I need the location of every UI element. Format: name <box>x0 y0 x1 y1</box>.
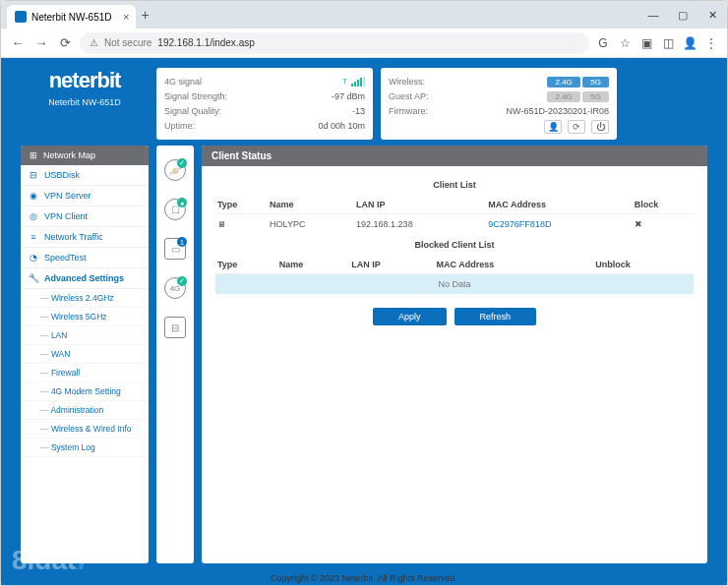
logo-block: neterbit Neterbit NW-651D <box>21 68 149 140</box>
sub-wan[interactable]: WAN <box>21 345 149 364</box>
signal-bars-icon: T <box>342 77 365 87</box>
sub-syslog[interactable]: System Log <box>21 439 149 457</box>
clients-icon[interactable]: ▭1 <box>164 238 186 260</box>
blocked-list-title: Blocked Client List <box>215 234 694 256</box>
signal-quality-value: -13 <box>352 106 365 116</box>
sidebar-usbdisk[interactable]: ⊟USBDisk <box>21 165 149 186</box>
network-map-icon: ⊞ <box>29 150 38 160</box>
close-tab-icon[interactable]: × <box>123 11 129 23</box>
blocked-table: TypeNameLAN IPMAC AddressUnblock <box>215 256 694 274</box>
sub-wiredinfo[interactable]: Wireless & Wired Info <box>21 420 149 439</box>
firmware-value[interactable]: NW-651D-20230201-IR08 <box>507 106 609 116</box>
browser-tab[interactable]: Neterbit NW-651D × <box>7 5 136 29</box>
sidebar-advanced[interactable]: 🔧Advanced Settings <box>21 268 149 289</box>
storage-icon[interactable]: ⊟ <box>164 317 186 338</box>
bcol-name: Name <box>277 256 349 274</box>
sub-wireless5[interactable]: Wireless 5GHz <box>21 308 149 326</box>
signal-strength-label: Signal Strength: <box>164 91 227 101</box>
wireless-label: Wireless: <box>389 77 425 87</box>
pc-icon: 🖥 <box>217 219 226 229</box>
sub-wireless24[interactable]: Wireless 2.4GHz <box>21 289 149 308</box>
sub-admin[interactable]: Administration <box>21 401 149 420</box>
maximize-button[interactable]: ▢ <box>668 1 698 29</box>
back-button[interactable]: ← <box>9 34 27 52</box>
minimize-button[interactable]: — <box>638 1 668 29</box>
client-table: TypeNameLAN IPMAC AddressBlock 🖥 HOLYPC … <box>215 196 694 234</box>
sidebar-vpnserver[interactable]: ◉VPN Server <box>21 186 149 206</box>
bcol-ip: LAN IP <box>349 256 434 274</box>
address-bar[interactable]: ⚠ Not secure 192.168.1.1/index.asp <box>80 32 589 54</box>
sidebar-vpnclient[interactable]: ◎VPN Client <box>21 206 149 227</box>
guest-24g-badge[interactable]: 2.4G <box>547 91 579 102</box>
wifi-24g-badge[interactable]: 2.4G <box>547 77 579 88</box>
uptime-value: 0d 00h 10m <box>318 121 365 131</box>
no-data-row: No Data <box>215 274 694 294</box>
usb-icon: ⊟ <box>29 170 38 180</box>
col-type: Type <box>215 196 268 214</box>
reload-button[interactable]: ⟳ <box>56 34 74 52</box>
google-icon[interactable]: G <box>595 35 611 51</box>
profile-icon[interactable]: 👤 <box>682 35 698 51</box>
4g-icon[interactable]: 4G✓ <box>164 277 186 299</box>
watermark: 8idat.ir <box>12 545 85 576</box>
sidebar: ⊞Network Map ⊟USBDisk ◉VPN Server ◎VPN C… <box>21 146 149 563</box>
traffic-icon: ≡ <box>29 232 38 242</box>
menu-icon[interactable]: ⋮ <box>703 35 719 51</box>
col-ip: LAN IP <box>354 196 486 214</box>
security-icon: ⚠ <box>90 37 98 48</box>
apply-button[interactable]: Apply <box>373 308 447 325</box>
wrench-icon: 🔧 <box>29 273 38 283</box>
globe-icon[interactable]: 🪐✓ <box>164 159 186 181</box>
vpn-client-icon: ◎ <box>29 211 38 221</box>
forward-button[interactable]: → <box>32 34 50 52</box>
url-text: 192.168.1.1/index.asp <box>157 37 254 48</box>
detail-panel: Client Status Client List TypeNameLAN IP… <box>202 146 707 563</box>
tab-title: Neterbit NW-651D <box>31 12 112 23</box>
firmware-label: Firmware: <box>389 106 428 116</box>
extensions-icon[interactable]: ▣ <box>638 35 654 51</box>
signal-4g-label: 4G signal <box>164 77 202 87</box>
new-tab-button[interactable]: + <box>142 7 150 23</box>
security-label: Not secure <box>104 37 152 48</box>
status-dot: ✓ <box>177 276 187 286</box>
client-name: HOLYPC <box>268 214 354 235</box>
user-button[interactable]: 👤 <box>544 120 562 134</box>
sub-4gmodem[interactable]: 4G Modem Setting <box>21 382 149 401</box>
wireless-panel: Wireless: 2.4G 5G Guest AP: 2.4G 5G Firm… <box>381 68 617 140</box>
block-button[interactable]: ✖ <box>635 219 642 229</box>
client-list-title: Client List <box>215 174 694 196</box>
sidebar-speedtest[interactable]: ◔SpeedTest <box>21 248 149 268</box>
col-mac: MAC Address <box>486 196 632 214</box>
wifi-5g-badge[interactable]: 5G <box>582 77 609 88</box>
sidebar-header[interactable]: ⊞Network Map <box>21 146 149 165</box>
panel-icon[interactable]: ◫ <box>660 35 676 51</box>
uptime-label: Uptime: <box>164 121 195 131</box>
close-window-button[interactable]: ✕ <box>698 1 727 29</box>
refresh-button[interactable]: Refresh <box>455 308 537 325</box>
speed-icon: ◔ <box>29 253 38 263</box>
detail-header: Client Status <box>202 146 707 166</box>
router-icon[interactable]: ☐● <box>164 199 186 220</box>
bcol-unblock: Unblock <box>593 256 694 274</box>
sub-lan[interactable]: LAN <box>21 326 149 345</box>
col-name: Name <box>268 196 354 214</box>
star-icon[interactable]: ☆ <box>617 35 633 51</box>
power-button[interactable]: ⏻ <box>591 120 609 134</box>
bcol-mac: MAC Address <box>435 256 594 274</box>
model-name: Neterbit NW-651D <box>21 97 149 107</box>
status-dot: ✓ <box>177 158 187 168</box>
guest-5g-badge[interactable]: 5G <box>582 91 609 102</box>
signal-panel: 4G signal T Signal Strength:-97 dBm Sign… <box>156 68 373 140</box>
footer-text: Copyright © 2023 Neterbit. All Rights Re… <box>1 567 727 585</box>
client-count-badge: 1 <box>177 237 187 247</box>
favicon <box>15 11 27 23</box>
signal-quality-label: Signal Quality: <box>164 106 221 116</box>
reboot-button[interactable]: ⟳ <box>568 120 585 134</box>
sub-firewall[interactable]: Firewall <box>21 364 149 382</box>
client-mac[interactable]: 9C2976FF818D <box>486 214 632 235</box>
status-dot: ● <box>177 198 187 207</box>
sidebar-traffic[interactable]: ≡Network Traffic <box>21 227 149 248</box>
table-row: 🖥 HOLYPC 192.168.1.238 9C2976FF818D ✖ <box>215 214 694 235</box>
col-block: Block <box>633 196 694 214</box>
vpn-server-icon: ◉ <box>29 191 38 201</box>
